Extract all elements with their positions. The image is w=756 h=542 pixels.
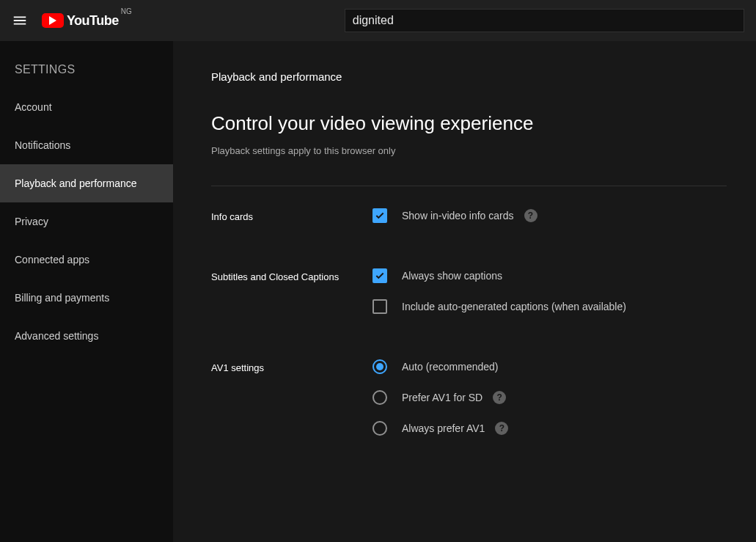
sidebar-item-connected-apps[interactable]: Connected apps — [0, 241, 173, 279]
help-icon[interactable]: ? — [493, 391, 506, 404]
option-row: Always show captions — [373, 268, 756, 283]
app-header: YouTube NG dignited — [0, 0, 756, 41]
option-row: Always prefer AV1 ? — [373, 421, 756, 436]
option-label: Always show captions — [402, 270, 502, 282]
sidebar-item-playback[interactable]: Playback and performance — [0, 164, 173, 202]
radio-av1-sd[interactable] — [373, 390, 387, 405]
setting-title: Info cards — [211, 208, 373, 239]
radio-av1-auto[interactable] — [373, 359, 387, 374]
radio-av1-always[interactable] — [373, 421, 387, 436]
sidebar-item-account[interactable]: Account — [0, 88, 173, 126]
checkbox-auto-captions[interactable] — [373, 299, 387, 314]
divider — [211, 186, 727, 186]
setting-subtitles: Subtitles and Closed Captions Always sho… — [211, 268, 756, 330]
setting-info-cards: Info cards Show in-video info cards ? — [211, 208, 756, 239]
help-icon[interactable]: ? — [495, 422, 508, 435]
checkbox-show-info-cards[interactable] — [373, 208, 387, 223]
help-icon[interactable]: ? — [524, 209, 537, 222]
sidebar-title: SETTINGS — [0, 54, 173, 88]
country-code: NG — [121, 7, 132, 15]
page-subtext: Playback settings apply to this browser … — [211, 145, 756, 156]
setting-title: Subtitles and Closed Captions — [211, 268, 373, 330]
option-label: Auto (recommended) — [402, 361, 499, 373]
sidebar-item-billing[interactable]: Billing and payments — [0, 279, 173, 317]
setting-av1: AV1 settings Auto (recommended) Prefer A… — [211, 359, 756, 452]
option-label: Include auto-generated captions (when av… — [402, 301, 626, 312]
sidebar-item-privacy[interactable]: Privacy — [0, 202, 173, 241]
setting-title: AV1 settings — [211, 359, 373, 452]
brand-text: YouTube — [67, 13, 119, 29]
option-label: Prefer AV1 for SD — [402, 392, 482, 403]
section-label: Playback and performance — [211, 70, 756, 83]
option-row: Include auto-generated captions (when av… — [373, 299, 756, 314]
checkbox-always-show-captions[interactable] — [373, 268, 387, 283]
youtube-play-icon — [42, 13, 64, 28]
main-content: Playback and performance Control your vi… — [173, 41, 756, 542]
sidebar-item-advanced[interactable]: Advanced settings — [0, 317, 173, 355]
option-row: Show in-video info cards ? — [373, 208, 756, 223]
search-input[interactable]: dignited — [345, 9, 744, 32]
option-label: Show in-video info cards — [402, 210, 514, 221]
option-row: Prefer AV1 for SD ? — [373, 390, 756, 405]
youtube-logo[interactable]: YouTube NG — [42, 13, 132, 29]
option-row: Auto (recommended) — [373, 359, 756, 374]
search-value: dignited — [353, 14, 394, 27]
menu-icon[interactable] — [12, 12, 29, 29]
option-label: Always prefer AV1 — [402, 422, 485, 434]
page-heading: Control your video viewing experience — [211, 112, 756, 135]
settings-sidebar: SETTINGS Account Notifications Playback … — [0, 41, 173, 542]
sidebar-item-notifications[interactable]: Notifications — [0, 126, 173, 164]
